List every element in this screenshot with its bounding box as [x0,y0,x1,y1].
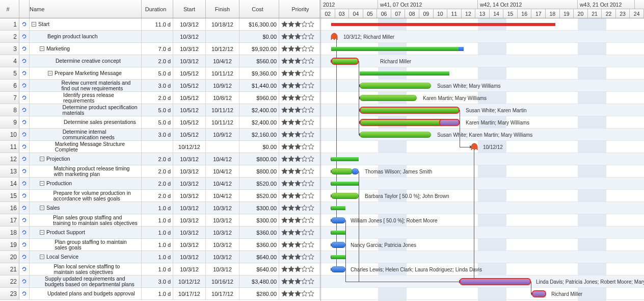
table-row[interactable]: 10Determine internal communication needs… [0,129,320,141]
cell-start[interactable]: 10/12/12 [173,275,206,287]
column-header-cost[interactable]: Cost [239,0,279,18]
expand-toggle[interactable]: − [40,255,44,259]
task-name-cell[interactable]: Determine sales presentations [30,116,142,128]
cell-cost[interactable]: $1,440.00 [239,80,279,91]
gantt-row[interactable] [321,43,644,55]
cell-finish[interactable]: 10/18/12 [206,18,239,30]
gantt-bar[interactable] [360,132,431,138]
gantt-row[interactable]: Susan White; Mary Williams [321,80,644,92]
gantt-bar[interactable] [331,182,359,186]
cell-dur[interactable]: 5.0 d [142,116,173,128]
gantt-bar[interactable] [439,119,460,126]
gantt-bar[interactable] [331,231,345,235]
cell-finish[interactable]: 10/17/12 [206,288,239,299]
cell-start[interactable]: 10/5/12 [173,116,206,128]
row-number[interactable]: 9 [0,116,19,128]
gantt-bar[interactable] [532,290,546,297]
cell-finish[interactable]: 10/9/12 [206,129,239,140]
row-number[interactable]: 6 [0,80,19,91]
cell-dur[interactable]: 1.0 d [142,227,173,238]
cell-dur[interactable]: 5.0 d [142,67,173,79]
gantt-bar[interactable] [331,193,359,199]
cell-finish[interactable]: 10/3/12 [206,263,239,275]
cell-dur[interactable]: 2.0 d [142,92,173,104]
cell-finish[interactable]: 10/11/12 [206,67,239,79]
cell-start[interactable]: 10/3/12 [173,190,206,202]
cell-dur[interactable]: 5.0 d [142,104,173,116]
gantt-row[interactable] [321,251,644,263]
cell-cost[interactable]: $640.00 [239,251,279,263]
gantt-row[interactable]: William Jones [ 50.0 %]; Robert Moore [321,214,644,227]
task-name-cell[interactable]: Marketing Message Structure Complete [30,141,142,153]
priority-stars[interactable] [279,165,320,177]
table-row[interactable]: 1−Start11.0 d10/3/1210/18/12$16,300.00 [0,18,320,31]
cell-dur[interactable]: 2.0 d [142,190,173,202]
cell-cost[interactable]: $520.00 [239,178,279,189]
column-header-priority[interactable]: Priority [279,0,320,18]
gantt-row[interactable]: Richard Miller [321,55,644,67]
task-name-cell[interactable]: Prepare for volume production in accorda… [30,190,142,202]
task-name-cell[interactable]: Identify press release requirements [30,92,142,104]
row-number[interactable]: 4 [0,55,19,67]
milestone-icon[interactable] [470,143,478,151]
gantt-row[interactable]: Thomas Wilson; James Smith [321,165,644,178]
cell-cost[interactable]: $16,300.00 [239,18,279,30]
cell-cost[interactable]: $960.00 [239,92,279,104]
row-number[interactable]: 14 [0,178,19,189]
expand-toggle[interactable]: − [40,206,44,210]
priority-stars[interactable] [279,104,320,116]
cell-dur[interactable]: 1.0 d [142,251,173,263]
priority-stars[interactable] [279,275,320,287]
gantt-bar[interactable] [331,217,345,223]
table-row[interactable]: 7Identify press release requirements2.0 … [0,92,320,104]
cell-start[interactable]: 10/3/12 [173,202,206,214]
cell-dur[interactable]: 11.0 d [142,18,173,30]
cell-dur[interactable]: 1.0 d [142,288,173,299]
expand-toggle[interactable]: − [40,157,44,161]
task-name-cell[interactable]: −Product Support [30,227,142,238]
gantt-bar[interactable] [360,107,460,114]
table-row[interactable]: 19Plan group staffing to maintain sales … [0,239,320,251]
gantt-bar[interactable] [331,58,359,65]
cell-dur[interactable]: 3.0 d [142,129,173,140]
row-number[interactable]: 7 [0,92,19,104]
cell-finish[interactable]: 10/3/12 [206,251,239,263]
row-number[interactable]: 5 [0,67,19,79]
row-number[interactable]: 3 [0,43,19,55]
table-row[interactable]: 8Determine product specification materia… [0,104,320,116]
gantt-bar[interactable] [360,71,449,76]
priority-stars[interactable] [279,141,320,153]
gantt-bar[interactable] [460,278,531,285]
table-row[interactable]: 9Determine sales presentations5.0 d10/5/… [0,116,320,129]
cell-finish[interactable]: 10/11/12 [206,104,239,116]
cell-start[interactable]: 10/3/12 [173,43,206,55]
table-row[interactable]: 12−Projection2.0 d10/3/1210/4/12$800.00 [0,153,320,165]
column-header-start[interactable]: Start [173,0,206,18]
gantt-row[interactable]: Charles Lewis; Helen Clark; Laura Rodrig… [321,263,644,275]
task-name-cell[interactable]: Determine creative concept [30,55,142,67]
cell-cost[interactable]: $360.00 [239,227,279,238]
gantt-row[interactable] [321,153,644,165]
task-name-cell[interactable]: −Sales [30,202,142,214]
cell-start[interactable]: 10/3/12 [173,251,206,263]
row-number[interactable]: 8 [0,104,19,116]
gantt-row[interactable] [321,227,644,239]
cell-cost[interactable]: $800.00 [239,153,279,165]
cell-start[interactable]: 10/3/12 [173,227,206,238]
task-name-cell[interactable]: Plan group staffing to maintain sales go… [30,239,142,250]
priority-stars[interactable] [279,202,320,214]
expand-toggle[interactable]: − [48,71,52,76]
cell-cost[interactable]: $9,360.00 [239,67,279,79]
cell-cost[interactable]: $800.00 [239,165,279,177]
cell-cost[interactable]: $0.00 [239,31,279,42]
cell-start[interactable]: 10/3/12 [173,18,206,30]
priority-stars[interactable] [279,153,320,165]
row-number[interactable]: 22 [0,275,19,287]
cell-cost[interactable]: $280.00 [239,288,279,299]
cell-start[interactable]: 10/17/12 [173,288,206,299]
cell-start[interactable]: 10/3/12 [173,178,206,189]
cell-start[interactable]: 10/12/12 [173,141,206,153]
gantt-row[interactable] [321,202,644,214]
gantt-body[interactable]: 10/3/12; Richard MillerRichard MillerSus… [321,18,644,301]
cell-cost[interactable]: $3,480.00 [239,275,279,287]
